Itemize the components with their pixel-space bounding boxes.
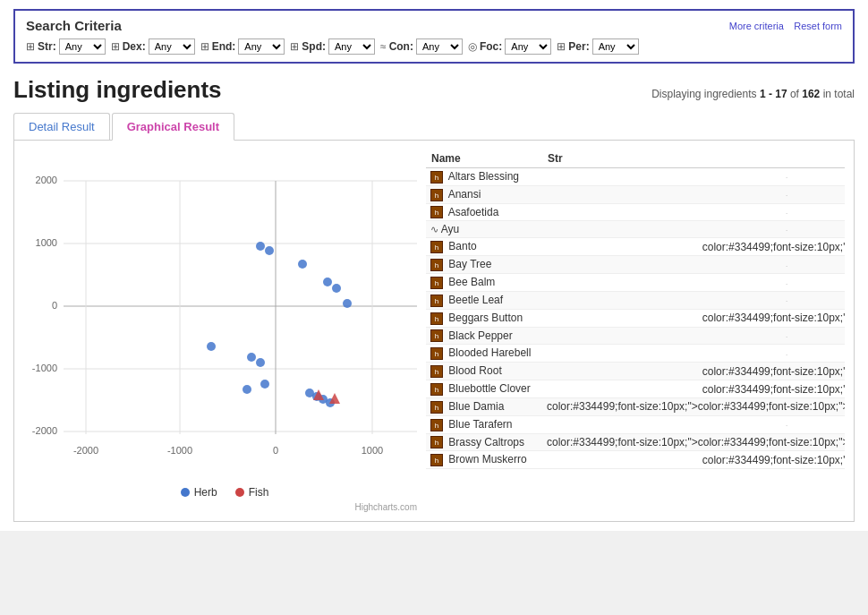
tab-graphical[interactable]: Graphical Result <box>112 113 234 141</box>
cell-name: h Asafoetida <box>426 203 542 221</box>
page-title-row: Listing ingredients Displaying ingredien… <box>13 76 855 104</box>
cell-name: h Bluebottle Clover <box>426 380 542 398</box>
type-icon: h <box>430 295 443 307</box>
ingredient-link[interactable]: Blue Damia <box>448 400 504 413</box>
cell-name: h Bay Tree <box>426 256 542 274</box>
spd-select[interactable]: Any <box>328 38 375 55</box>
con-select[interactable]: Any <box>416 38 463 55</box>
cell-str: · <box>542 274 845 292</box>
ingredient-link[interactable]: Blooded Harebell <box>448 346 531 359</box>
cell-str: color:#334499;font-size:10px;">color:#33… <box>542 397 845 415</box>
criteria-per: ⊞ Per: Any <box>557 38 638 55</box>
ingredient-link[interactable]: Brassy Caltrops <box>448 436 524 448</box>
ingredient-link[interactable]: Anansi <box>448 188 481 201</box>
more-criteria-link[interactable]: More criteria <box>729 21 784 31</box>
spd-label: Spd: <box>302 40 326 53</box>
cell-str: · <box>542 327 845 345</box>
cell-name: ∿ Ayu <box>426 221 542 238</box>
table-row: h Blooded Harebell · · color:#334499;fon… <box>426 345 845 363</box>
cell-str: color:#334499;font-size:10px;">⊞▼ <box>542 363 845 380</box>
ingredient-link[interactable]: Blue Tarafern <box>448 418 512 431</box>
str-select[interactable]: Any <box>59 38 106 55</box>
reset-form-link[interactable]: Reset form <box>794 21 842 31</box>
ingredient-link[interactable]: Banto <box>448 240 476 252</box>
table-row: h Brown Muskerro color:#334499;font-size… <box>426 451 845 469</box>
th-str: Str <box>542 149 845 168</box>
y-label-neg2000: -2000 <box>32 425 57 436</box>
fish-legend-label: Fish <box>249 486 269 499</box>
fish-dot-2 <box>329 393 340 404</box>
cell-name: h Beggars Button <box>426 309 542 327</box>
y-label-0: 0 <box>52 300 57 311</box>
table-row: h Beetle Leaf · · · · · · color:#334499;… <box>426 291 845 309</box>
type-icon: h <box>430 259 443 271</box>
table-row: h Bee Balm · · · · · color:#334499;font-… <box>426 274 845 292</box>
chart-legend: Herb Fish <box>23 486 426 499</box>
cell-str: · <box>542 256 845 274</box>
cell-str: · <box>542 221 845 238</box>
ingredient-link[interactable]: Beggars Button <box>448 312 523 324</box>
ingredient-link[interactable]: Ayu <box>441 223 459 235</box>
ingredient-link[interactable]: Bee Balm <box>448 276 495 288</box>
scatter-chart: 2000 1000 0 -1000 -2000 -2000 -1000 0 10… <box>23 149 417 481</box>
cell-name: h Black Pepper <box>426 327 542 345</box>
herb-dot-11 <box>260 380 269 389</box>
cell-name: h Blue Tarafern <box>426 415 542 433</box>
cell-name: h Bee Balm <box>426 274 542 292</box>
dex-icon: ⊞ <box>111 40 120 53</box>
search-criteria-links: More criteria Reset form <box>729 20 842 32</box>
tab-detail[interactable]: Detail Result <box>13 113 110 140</box>
ingredient-link[interactable]: Black Pepper <box>448 329 512 342</box>
ingredient-link[interactable]: Bluebottle Clover <box>448 382 530 395</box>
x-label-neg2000: -2000 <box>73 445 98 456</box>
cell-name: h Brown Muskerro <box>426 451 542 469</box>
table-area: Name Str Dex End Spd Con Foc Per h Altar… <box>426 149 845 512</box>
foc-icon: ◎ <box>468 40 477 53</box>
end-label: End: <box>212 40 236 53</box>
display-middle: of <box>787 88 803 100</box>
table-row: h Black Pepper · color:#334499;font-size… <box>426 327 845 345</box>
y-label-2000: 2000 <box>36 175 57 185</box>
ingredient-link[interactable]: Altars Blessing <box>448 170 519 183</box>
display-suffix: in total <box>820 88 855 100</box>
search-criteria-box: Search Criteria More criteria Reset form… <box>13 9 855 64</box>
page-title: Listing ingredients <box>13 76 222 104</box>
table-body: h Altars Blessing · · · · · · color:#334… <box>426 168 845 469</box>
herb-legend-dot <box>181 488 190 497</box>
fish-legend-dot <box>235 488 244 497</box>
cell-name: h Beetle Leaf <box>426 291 542 309</box>
ingredient-link[interactable]: Blood Root <box>448 364 501 377</box>
herb-legend-label: Herb <box>194 486 217 499</box>
foc-select[interactable]: Any <box>505 38 551 55</box>
herb-dot-1 <box>256 242 265 251</box>
dex-select[interactable]: Any <box>149 38 195 55</box>
ingredient-link[interactable]: Bay Tree <box>448 258 491 270</box>
display-total: 162 <box>802 88 820 100</box>
display-info: Displaying ingredients 1 - 17 of 162 in … <box>651 88 855 100</box>
con-label: Con: <box>389 40 413 53</box>
end-select[interactable]: Any <box>238 38 285 55</box>
cell-str: color:#334499;font-size:10px;">color:#33… <box>542 433 845 451</box>
cell-str: color:#334499;font-size:10px;">⊞▲ <box>542 380 845 398</box>
x-label-neg1000: -1000 <box>167 445 192 456</box>
tabs-container: Detail Result Graphical Result <box>13 113 855 141</box>
table-row: h Bluebottle Clover color:#334499;font-s… <box>426 380 845 398</box>
y-label-neg1000: -1000 <box>32 363 57 373</box>
cell-name: h Brassy Caltrops <box>426 433 542 451</box>
cell-str: · <box>542 291 845 309</box>
con-icon: ≈ <box>380 40 387 53</box>
per-select[interactable]: Any <box>592 38 639 55</box>
legend-fish: Fish <box>235 486 269 499</box>
th-name: Name <box>426 149 542 168</box>
table-row: h Asafoetida · color:#334499;font-size:1… <box>426 203 845 221</box>
type-icon: h <box>430 206 443 218</box>
ingredient-link[interactable]: Asafoetida <box>448 206 499 218</box>
cell-name: h Blooded Harebell <box>426 345 542 363</box>
criteria-end: ⊞ End: Any <box>200 38 285 55</box>
ingredient-link[interactable]: Brown Muskerro <box>448 453 526 466</box>
criteria-foc: ◎ Foc: Any <box>468 38 551 55</box>
ingredient-link[interactable]: Beetle Leaf <box>448 294 503 306</box>
cell-name: h Anansi <box>426 185 542 203</box>
criteria-con: ≈ Con: Any <box>380 38 463 55</box>
per-icon: ⊞ <box>557 40 566 53</box>
